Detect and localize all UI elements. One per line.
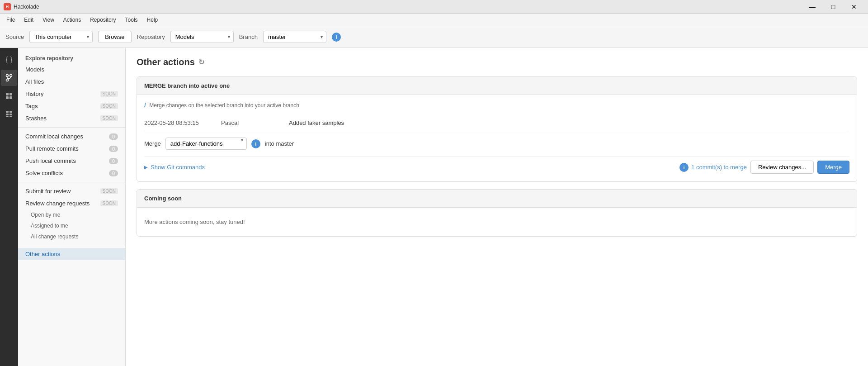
source-label: Source xyxy=(5,33,24,40)
sidebar-item-solve-conflicts[interactable]: Solve conflicts 0 xyxy=(18,167,125,179)
page-title-area: Other actions ↻ xyxy=(137,57,857,67)
maximize-button[interactable]: □ xyxy=(823,0,844,14)
review-changes-button[interactable]: Review changes... xyxy=(750,161,814,174)
sidebar-item-other-actions[interactable]: Other actions xyxy=(18,248,125,260)
svg-rect-9 xyxy=(6,114,9,115)
svg-rect-4 xyxy=(9,93,12,95)
sidebar-item-push-local[interactable]: Push local commits 0 xyxy=(18,155,125,167)
icon-sidebar: { } xyxy=(0,48,18,366)
source-select-wrap[interactable]: This computer ▾ xyxy=(29,31,93,43)
menu-view[interactable]: View xyxy=(38,15,59,25)
coming-soon-body: More actions coming soon, stay tuned! xyxy=(137,208,857,236)
sidebar-item-stashes[interactable]: Stashes SOON xyxy=(18,112,125,124)
sidebar-item-all-files[interactable]: All files xyxy=(18,76,125,88)
refresh-icon[interactable]: ↻ xyxy=(198,58,204,67)
sidebar-item-submit-review[interactable]: Submit for review SOON xyxy=(18,185,125,197)
svg-point-1 xyxy=(10,75,12,77)
icon-modules[interactable] xyxy=(1,106,17,122)
sidebar-item-pull-remote[interactable]: Pull remote commits 0 xyxy=(18,143,125,155)
sidebar-divider-2 xyxy=(18,182,125,182)
window-controls[interactable]: — □ ✕ xyxy=(802,0,864,14)
merge-button[interactable]: Merge xyxy=(817,161,849,174)
commits-to-merge-info: i 1 commit(s) to merge xyxy=(679,161,747,174)
commit-message: Added faker samples xyxy=(289,119,849,126)
info-i-icon: i xyxy=(144,102,146,109)
svg-rect-7 xyxy=(6,111,9,113)
chevron-right-icon: ▶ xyxy=(144,165,148,170)
svg-rect-11 xyxy=(6,116,9,117)
sidebar-sub-open-by-me[interactable]: Open by me xyxy=(18,209,125,220)
repository-select[interactable]: Models xyxy=(170,31,234,43)
branch-select-wrap[interactable]: master ▾ xyxy=(263,31,326,43)
merge-card-body: i Merge changes on the selected branch i… xyxy=(137,95,857,181)
menu-file[interactable]: File xyxy=(2,15,19,25)
sidebar-item-history[interactable]: History SOON xyxy=(18,88,125,100)
sidebar-divider-1 xyxy=(18,127,125,128)
pull-remote-badge: 0 xyxy=(109,146,118,152)
assigned-to-me-label: Assigned to me xyxy=(31,223,68,229)
sidebar-sub-all-requests[interactable]: All change requests xyxy=(18,231,125,242)
explore-section-title: Explore repository xyxy=(18,52,125,63)
sidebar-item-commit-local[interactable]: Commit local changes 0 xyxy=(18,130,125,143)
source-select[interactable]: This computer xyxy=(29,31,93,43)
commit-local-label: Commit local changes xyxy=(25,133,83,140)
merge-action-buttons: i 1 commit(s) to merge Review changes...… xyxy=(679,161,849,174)
merge-info-text: Merge changes on the selected branch int… xyxy=(149,102,299,109)
icon-branch[interactable] xyxy=(1,70,17,86)
review-requests-soon: SOON xyxy=(100,200,118,206)
title-bar: H Hackolade — □ ✕ xyxy=(0,0,868,14)
coming-soon-text: More actions coming soon, stay tuned! xyxy=(144,215,849,229)
menu-tools[interactable]: Tools xyxy=(121,15,142,25)
svg-rect-5 xyxy=(6,96,9,99)
pull-remote-label: Pull remote commits xyxy=(25,145,79,152)
minimize-button[interactable]: — xyxy=(802,0,823,14)
merge-branch-info-icon[interactable]: i xyxy=(251,139,260,148)
icon-braces[interactable]: { } xyxy=(1,52,17,68)
merge-row: Merge add-Faker-functions ▾ i into maste… xyxy=(144,131,849,157)
open-by-me-label: Open by me xyxy=(31,212,60,218)
repository-select-wrap[interactable]: Models ▾ xyxy=(170,31,234,43)
menu-actions[interactable]: Actions xyxy=(59,15,85,25)
svg-rect-12 xyxy=(9,116,12,117)
submit-review-soon: SOON xyxy=(100,188,118,194)
branch-info-icon[interactable]: i xyxy=(332,33,341,42)
commits-info-icon: i xyxy=(679,163,689,172)
submit-review-label: Submit for review xyxy=(25,188,71,195)
merge-into-text: into master xyxy=(265,140,294,147)
icon-grid[interactable] xyxy=(1,88,17,104)
sidebar-item-models[interactable]: Models xyxy=(18,63,125,76)
merge-branch-select-wrap[interactable]: add-Faker-functions ▾ xyxy=(165,138,247,150)
merge-branch-select[interactable]: add-Faker-functions xyxy=(165,138,247,150)
sidebar-item-review-requests[interactable]: Review change requests SOON xyxy=(18,197,125,209)
stashes-soon-badge: SOON xyxy=(100,115,118,121)
main-layout: { } xyxy=(0,48,868,366)
app-name: Hackolade xyxy=(14,4,39,10)
menu-help[interactable]: Help xyxy=(142,15,163,25)
repository-label: Repository xyxy=(137,33,165,40)
tags-soon-badge: SOON xyxy=(100,103,118,109)
svg-point-2 xyxy=(6,79,9,81)
merge-footer: ▶ Show Git commands i 1 commit(s) to mer… xyxy=(144,157,849,174)
sidebar-divider-3 xyxy=(18,245,125,245)
menu-repository[interactable]: Repository xyxy=(85,15,120,25)
left-sidebar: Explore repository Models All files Hist… xyxy=(18,48,126,366)
sidebar-item-tags[interactable]: Tags SOON xyxy=(18,100,125,112)
close-button[interactable]: ✕ xyxy=(844,0,864,14)
svg-rect-6 xyxy=(9,96,12,99)
sidebar-sub-assigned-to-me[interactable]: Assigned to me xyxy=(18,220,125,231)
branch-select[interactable]: master xyxy=(263,31,326,43)
menu-bar: File Edit View Actions Repository Tools … xyxy=(0,14,868,26)
sidebar-tags-label: Tags xyxy=(25,103,38,109)
main-content: Other actions ↻ MERGE branch into active… xyxy=(126,48,868,366)
toolbar: Source This computer ▾ Browse Repository… xyxy=(0,26,868,48)
browse-button[interactable]: Browse xyxy=(98,31,131,43)
svg-point-0 xyxy=(6,75,9,77)
svg-rect-8 xyxy=(9,111,12,113)
commit-author: Pascal xyxy=(221,119,289,126)
show-git-commands[interactable]: ▶ Show Git commands xyxy=(144,160,205,174)
history-soon-badge: SOON xyxy=(100,91,118,97)
menu-edit[interactable]: Edit xyxy=(19,15,38,25)
merge-card-header: MERGE branch into active one xyxy=(137,77,857,95)
commit-row: 2022-05-28 08:53:15 Pascal Added faker s… xyxy=(144,115,849,131)
solve-conflicts-label: Solve conflicts xyxy=(25,170,63,176)
